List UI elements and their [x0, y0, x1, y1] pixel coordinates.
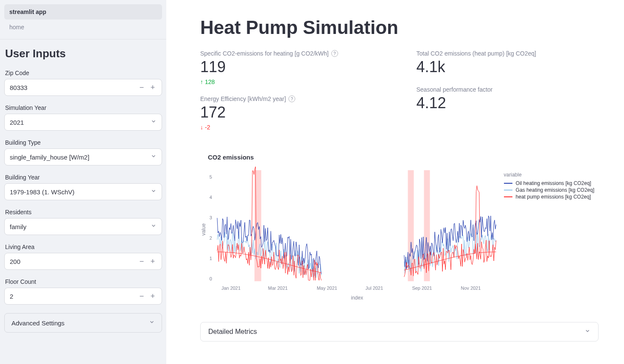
svg-text:May 2021: May 2021 — [317, 286, 337, 291]
metric-label: Energy Efficiency [kWh/m2 year] — [200, 95, 286, 102]
metric-label: Seasonal performance factor — [417, 86, 493, 93]
metric-label: Specific CO2-emissions for heating [g CO… — [200, 50, 329, 57]
main-content: Heat Pump Simulation Specific CO2-emissi… — [166, 0, 624, 364]
arrow-down-icon: ↓ — [200, 124, 203, 131]
svg-text:Jan 2021: Jan 2021 — [221, 286, 241, 291]
svg-text:Mar 2021: Mar 2021 — [268, 286, 288, 291]
svg-text:1: 1 — [210, 256, 212, 261]
svg-text:4: 4 — [210, 195, 212, 200]
building-type-value: single_family_house [W/m2] — [10, 154, 90, 161]
residents-select[interactable]: family — [4, 218, 162, 235]
metric-energy-efficiency: Energy Efficiency [kWh/m2 year] ? 172 ↓ … — [200, 95, 383, 131]
svg-text:3: 3 — [210, 215, 212, 220]
metric-label: Total CO2 emissions (heat pump) [kg CO2e… — [417, 50, 536, 57]
metric-total-co2: Total CO2 emissions (heat pump) [kg CO2e… — [417, 50, 599, 76]
detailed-metrics-label: Detailed Metrics — [208, 328, 257, 336]
sidebar-title: User Inputs — [4, 47, 162, 60]
svg-text:Sep 2021: Sep 2021 — [412, 286, 432, 291]
chevron-down-icon — [585, 328, 590, 336]
building-year-select[interactable]: 1979-1983 (1. WSchV) — [4, 183, 162, 200]
sim-year-value: 2021 — [10, 119, 24, 126]
help-icon[interactable]: ? — [331, 50, 338, 57]
svg-text:2: 2 — [210, 235, 212, 241]
chevron-down-icon — [149, 319, 155, 327]
zip-label: Zip Code — [4, 70, 162, 76]
svg-text:index: index — [351, 295, 363, 301]
living-area-label: Living Area — [4, 244, 162, 250]
metric-value: 119 — [200, 58, 383, 76]
zip-decrement-button[interactable]: − — [136, 82, 147, 93]
metric-value: 4.1k — [417, 58, 599, 76]
building-type-label: Building Type — [4, 139, 162, 146]
living-area-input-wrap: − + — [4, 253, 162, 270]
nav-section: streamlit app home — [0, 0, 166, 39]
chevron-down-icon — [151, 223, 157, 230]
detailed-metrics-expander[interactable]: Detailed Metrics — [200, 322, 599, 342]
chevron-down-icon — [151, 118, 157, 126]
residents-label: Residents — [4, 209, 162, 216]
legend-item: Gas heating emissions [kg CO2eq] — [504, 187, 594, 193]
metric-co2-specific: Specific CO2-emissions for heating [g CO… — [200, 50, 383, 85]
page-title: Heat Pump Simulation — [200, 17, 599, 38]
sidebar: streamlit app home User Inputs Zip Code … — [0, 0, 166, 364]
metric-value: 172 — [200, 103, 383, 121]
metric-delta: ↑ 128 — [200, 78, 383, 85]
chart-legend: variable Oil heating emissions [kg CO2eq… — [504, 172, 594, 201]
building-type-select[interactable]: single_family_house [W/m2] — [4, 148, 162, 165]
advanced-settings-expander[interactable]: Advanced Settings — [4, 313, 162, 333]
floor-count-input[interactable] — [10, 293, 136, 300]
nav-item-home[interactable]: home — [4, 20, 162, 35]
arrow-up-icon: ↑ — [200, 78, 203, 85]
chart-title: CO2 emissions — [208, 154, 599, 161]
living-area-increment-button[interactable]: + — [147, 256, 158, 267]
nav-item-streamlit-app[interactable]: streamlit app — [4, 4, 162, 20]
floor-count-decrement-button[interactable]: − — [136, 291, 147, 302]
advanced-settings-label: Advanced Settings — [11, 319, 64, 327]
legend-item: heat pump emissions [kg CO2eq] — [504, 194, 594, 200]
metric-delta: ↓ -2 — [200, 124, 383, 131]
building-year-value: 1979-1983 (1. WSchV) — [10, 188, 75, 196]
svg-text:value: value — [201, 224, 207, 236]
residents-value: family — [10, 223, 26, 230]
legend-item: Oil heating emissions [kg CO2eq] — [504, 180, 594, 186]
living-area-input[interactable] — [10, 258, 136, 265]
svg-text:5: 5 — [210, 175, 212, 180]
chevron-down-icon — [151, 153, 157, 161]
sim-year-select[interactable]: 2021 — [4, 114, 162, 131]
zip-input-wrap: − + — [4, 79, 162, 96]
svg-text:Nov 2021: Nov 2021 — [461, 286, 481, 291]
svg-text:Jul 2021: Jul 2021 — [366, 286, 383, 291]
building-year-label: Building Year — [4, 174, 162, 181]
floor-count-increment-button[interactable]: + — [147, 291, 158, 302]
sim-year-label: Simulation Year — [4, 104, 162, 111]
metric-value: 4.12 — [417, 94, 599, 112]
metric-spf: Seasonal performance factor 4.12 — [417, 86, 599, 112]
living-area-decrement-button[interactable]: − — [136, 256, 147, 267]
co2-chart[interactable]: 0 1 2 3 4 5 value Jan 2021 Mar 2021 May … — [200, 166, 599, 310]
zip-increment-button[interactable]: + — [147, 82, 158, 93]
legend-title: variable — [504, 172, 594, 178]
floor-count-input-wrap: − + — [4, 288, 162, 305]
floor-count-label: Floor Count — [4, 278, 162, 285]
svg-text:0: 0 — [210, 276, 212, 281]
zip-input[interactable] — [10, 84, 136, 91]
chevron-down-icon — [151, 188, 157, 196]
help-icon[interactable]: ? — [288, 95, 295, 102]
